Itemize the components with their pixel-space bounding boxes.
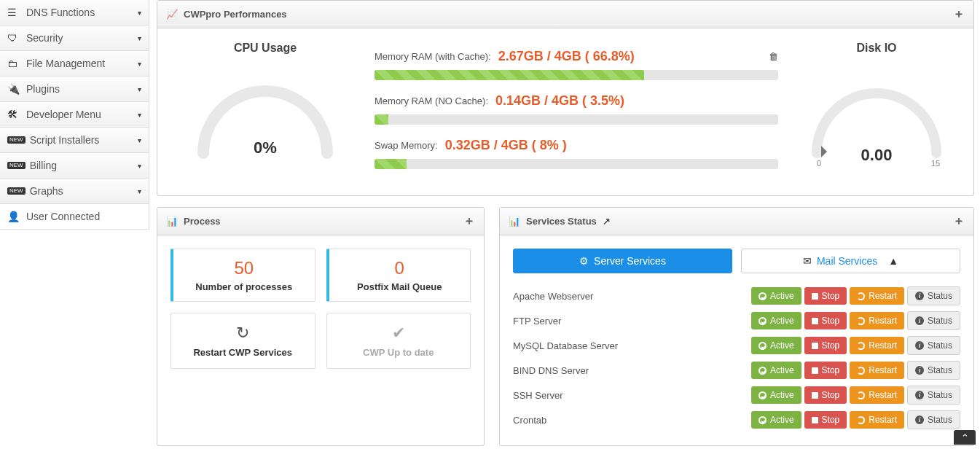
stop-button[interactable]: Stop [804,337,847,354]
sidebar-item-label: Security [26,32,63,44]
layers-icon: ☰ [7,7,20,18]
status-button[interactable]: iStatus [907,361,960,380]
refresh-icon [857,367,865,375]
service-row: Apache WebserverActiveStopRestartiStatus [513,284,960,308]
check-icon: ✔ [327,324,471,343]
swap-label: Swap Memory: [375,140,438,151]
refresh-icon [857,317,865,325]
trash-icon[interactable]: 🗑 [769,51,778,62]
sidebar-item-developer-menu[interactable]: 🛠Developer Menu▾ [0,102,149,128]
service-name: FTP Server [513,316,748,327]
stat-processes[interactable]: 50 Number of processes [170,249,315,302]
info-icon: i [915,292,924,300]
sidebar-item-user-connected[interactable]: 👤User Connected [0,204,149,230]
service-name: Crontab [513,415,748,426]
restart-button[interactable]: Restart [850,287,904,305]
status-button[interactable]: iStatus [907,286,960,305]
disk-max: 15 [931,159,940,168]
service-row: MySQL Database ServerActiveStopRestartiS… [513,333,960,358]
caret-icon: ▾ [138,136,141,144]
refresh-icon [857,416,865,424]
sidebar-item-label: Graphs [30,185,63,197]
panel-performances: 📈 CWPpro Performances ＋ CPU Usage 0% Mem… [157,0,974,196]
sidebar-item-security[interactable]: 🛡Security▾ [0,26,149,51]
active-button[interactable]: Active [751,362,801,379]
sidebar-item-label: Script Installers [30,134,100,146]
stop-icon [812,318,818,324]
mem-nocache-bar [375,114,778,125]
check-circle-icon [758,342,767,350]
stat-num: 0 [329,258,471,278]
sidebar-item-file-management[interactable]: 🗀File Management▾ [0,51,149,77]
check-circle-icon [758,391,767,399]
service-name: MySQL Database Server [513,340,748,351]
active-button[interactable]: Active [751,312,801,329]
stop-icon [812,343,818,349]
stop-icon [812,417,818,423]
expand-icon[interactable]: ＋ [463,214,475,229]
sidebar-item-billing[interactable]: NEWBilling▾ [0,153,149,179]
check-circle-icon [758,317,767,325]
restart-button[interactable]: Restart [850,362,904,379]
user-icon: 👤 [7,211,20,222]
active-button[interactable]: Active [751,287,801,305]
info-icon: i [915,391,924,399]
stop-button[interactable]: Stop [804,312,847,329]
stop-icon [812,392,818,399]
sidebar-item-graphs[interactable]: NEWGraphs▾ [0,179,149,204]
warning-icon: ▲ [888,255,898,267]
new-badge-icon: NEW [7,162,26,169]
back-to-top-button[interactable]: ⌃ [954,430,976,445]
caret-icon: ▾ [138,187,141,195]
stop-button[interactable]: Stop [804,287,847,305]
restart-button[interactable]: Restart [850,386,904,404]
tab-mail-services[interactable]: ✉ Mail Services ▲ [741,249,960,273]
action-label: Restart CWP Services [171,347,315,358]
main-content: 📈 CWPpro Performances ＋ CPU Usage 0% Mem… [157,0,974,449]
status-button[interactable]: iStatus [907,336,960,355]
status-button[interactable]: iStatus [907,386,960,405]
panel-head-process: 📊 Process ＋ [157,208,484,235]
services-list: Apache WebserverActiveStopRestartiStatus… [513,284,960,432]
chart-line-icon: 📈 [166,9,178,20]
stop-button[interactable]: Stop [804,411,847,429]
sidebar-item-plugins[interactable]: 🔌Plugins▾ [0,77,149,102]
sidebar-item-label: DNS Functions [26,7,95,18]
folder-icon: 🗀 [7,58,20,69]
service-name: BIND DNS Server [513,365,748,376]
panel-head-performances: 📈 CWPpro Performances ＋ [157,1,973,28]
restart-button[interactable]: Restart [850,411,904,429]
external-link-icon[interactable]: ↗ [603,216,611,227]
sidebar-item-script-installers[interactable]: NEWScript Installers▾ [0,128,149,153]
caret-icon: ▾ [138,60,141,68]
tab-server-services[interactable]: ⚙ Server Services [513,249,732,273]
check-circle-icon [758,416,767,424]
sidebar-item-dns[interactable]: ☰DNS Functions▾ [0,0,149,26]
active-button[interactable]: Active [751,411,801,429]
info-icon: i [915,415,924,424]
stat-mail-queue[interactable]: 0 Postfix Mail Queue [326,249,471,302]
refresh-icon [857,391,865,399]
active-button[interactable]: Active [751,386,801,404]
expand-icon[interactable]: ＋ [953,214,965,229]
cpu-gauge: CPU Usage 0% [170,42,360,182]
status-button[interactable]: iStatus [907,410,960,429]
active-button[interactable]: Active [751,337,801,354]
action-restart-cwp[interactable]: ↻ Restart CWP Services [170,313,315,369]
stat-label: Number of processes [173,281,315,292]
mem-nocache-bar-fill [375,114,388,125]
refresh-icon [857,292,865,300]
expand-icon[interactable]: ＋ [953,7,965,22]
stop-button[interactable]: Stop [804,386,847,404]
panel-services: 📊 Services Status ↗ ＋ ⚙ Server Services … [499,207,974,446]
stop-button[interactable]: Stop [804,362,847,379]
restart-button[interactable]: Restart [850,337,904,354]
bars-icon: 📊 [509,216,520,227]
service-row: BIND DNS ServerActiveStopRestartiStatus [513,358,960,383]
service-row: CrontabActiveStopRestartiStatus [513,407,960,432]
restart-button[interactable]: Restart [850,312,904,329]
caret-icon: ▾ [138,111,141,119]
stop-icon [812,293,818,300]
status-button[interactable]: iStatus [907,311,960,330]
mem-cache-value: 2.67GB / 4GB ( 66.8%) [498,49,635,64]
